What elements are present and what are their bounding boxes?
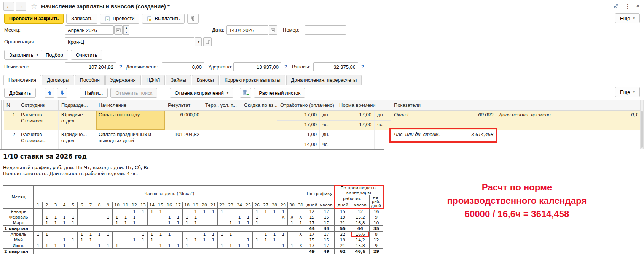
- cell-norm-hours[interactable]: 17,00: [336, 121, 375, 130]
- link-icon[interactable]: [613, 3, 619, 9]
- forward-button[interactable]: →: [16, 2, 26, 11]
- cell-accrual[interactable]: Оплата праздничных и выходных дней: [96, 130, 165, 150]
- add-button[interactable]: Добавить: [4, 88, 36, 98]
- day-cell-11: [121, 243, 130, 249]
- month-input[interactable]: [65, 25, 114, 35]
- organization-dropdown-icon[interactable]: ▾: [195, 37, 202, 46]
- sched-row-1: Январь1111111111111212151216: [3, 209, 383, 214]
- post-button[interactable]: Провести: [100, 14, 140, 24]
- window-menu-icon[interactable]: ⋮: [625, 3, 631, 10]
- payslip-button[interactable]: Расчетный листок: [254, 88, 305, 98]
- pick-button[interactable]: Подбор: [41, 50, 68, 60]
- cell-accrual-selected[interactable]: Оплата по окладу: [96, 111, 165, 130]
- withheld-help-icon[interactable]: ?: [284, 64, 287, 70]
- cell-employee[interactable]: Расчетов Стоимост...: [18, 130, 59, 150]
- move-up-button[interactable]: [45, 88, 54, 98]
- close-icon[interactable]: ×: [636, 2, 640, 10]
- cell-indicator2-name[interactable]: [496, 130, 563, 150]
- tab-7[interactable]: Взносы: [192, 75, 219, 85]
- post-and-close-button[interactable]: Провести и закрыть: [4, 14, 64, 24]
- cal-days-cell: 21: [334, 243, 351, 249]
- number-input[interactable]: [305, 25, 346, 35]
- extra-input[interactable]: [162, 62, 204, 71]
- cell-discount[interactable]: [241, 111, 277, 130]
- day-cell-29: X: [279, 214, 288, 220]
- write-button[interactable]: Записать: [66, 14, 97, 24]
- cell-employee[interactable]: Расчетов Стоимост...: [18, 111, 59, 130]
- day-col-5: 5: [69, 202, 78, 209]
- cal-days-cell: 21: [334, 220, 351, 226]
- cell-indicator1-value[interactable]: 60 000: [456, 111, 496, 130]
- cell-worked-hours[interactable]: 17,00: [277, 121, 320, 130]
- attachments-button[interactable]: [187, 14, 199, 24]
- cell-n[interactable]: 2: [4, 130, 18, 150]
- tab-5[interactable]: НДФЛ: [142, 75, 165, 85]
- day-cell-13: [139, 243, 148, 249]
- cal-days-cell: 55: [334, 226, 351, 232]
- cell-discount[interactable]: [241, 130, 277, 150]
- tab-6[interactable]: Займы: [166, 75, 191, 85]
- day-cell-11: 1: [121, 214, 130, 220]
- col-month-header: Месяц: [3, 186, 34, 209]
- grid-scrollbar[interactable]: [640, 100, 644, 149]
- cell-worked-hours[interactable]: 14,00: [277, 140, 320, 150]
- month-calendar-icon[interactable]: [114, 25, 123, 35]
- day-cell-8: [95, 220, 104, 226]
- pay-button[interactable]: Выплатить: [142, 14, 185, 24]
- cell-worked-days[interactable]: 17,00: [277, 111, 320, 121]
- undo-corrections-button[interactable]: Отмена исправлений ▾: [170, 88, 233, 98]
- favorite-star-icon[interactable]: ☆: [31, 2, 37, 11]
- contributions-input[interactable]: [313, 62, 358, 71]
- move-down-button[interactable]: [57, 88, 67, 98]
- cell-indicator2-value[interactable]: [563, 130, 641, 150]
- cell-result[interactable]: 101 204,82: [165, 130, 202, 150]
- add-column-button[interactable]: [240, 88, 251, 98]
- tab-3[interactable]: Пособия: [75, 75, 105, 85]
- accrued-input[interactable]: [65, 62, 116, 71]
- more-button-grid[interactable]: Еще ▾: [615, 87, 640, 97]
- stepper-down-icon[interactable]: ▼: [123, 30, 129, 35]
- day-cell-26: 1: [253, 214, 261, 220]
- day-cell-4: 1: [60, 243, 69, 249]
- date-calendar-icon[interactable]: [269, 25, 277, 35]
- cell-indicator1-value[interactable]: 3 614,458: [456, 130, 496, 150]
- day-cell-19: 1: [191, 209, 200, 214]
- stepper-up-icon[interactable]: ▲: [123, 25, 129, 30]
- clear-button[interactable]: Очистить: [71, 50, 102, 60]
- cell-norm-days[interactable]: 17,00: [336, 111, 375, 121]
- day-cell-28: [270, 243, 279, 249]
- withheld-input[interactable]: [233, 62, 281, 71]
- cancel-search-button[interactable]: Отменить поиск: [110, 88, 157, 98]
- cell-terr[interactable]: [202, 111, 241, 130]
- cell-indicator2-name[interactable]: Доля неполн. времени: [496, 111, 563, 130]
- cell-norm-days[interactable]: [336, 130, 375, 140]
- cell-terr[interactable]: [202, 130, 241, 150]
- organization-input[interactable]: [65, 37, 194, 46]
- more-button-top[interactable]: Еще ▾: [615, 13, 640, 23]
- find-button[interactable]: Найти...: [80, 88, 108, 98]
- month-cell: Март: [3, 220, 34, 226]
- cell-indicator1-name[interactable]: Оклад: [391, 111, 456, 130]
- accrued-help-icon[interactable]: ?: [119, 64, 122, 70]
- month-stepper[interactable]: ▲▼: [123, 25, 129, 35]
- cell-result[interactable]: 6 000,00: [165, 111, 202, 130]
- tab-2[interactable]: Договоры: [42, 75, 74, 85]
- scrollbar-thumb[interactable]: [641, 111, 643, 148]
- tab-9[interactable]: Доначисления, перерасчеты: [286, 75, 362, 85]
- back-button[interactable]: ←: [3, 2, 14, 11]
- tab-1[interactable]: Начисления: [3, 75, 41, 85]
- cell-dept[interactable]: Юридиче... отдел: [59, 111, 96, 130]
- date-input[interactable]: [226, 25, 268, 35]
- tab-4[interactable]: Удержания: [105, 75, 141, 85]
- cell-norm-hours[interactable]: [336, 140, 375, 150]
- cell-worked-days[interactable]: 1,00: [277, 130, 320, 140]
- cell-n[interactable]: 1: [4, 111, 18, 130]
- contributions-help-icon[interactable]: ?: [361, 64, 364, 70]
- organization-open-icon[interactable]: [203, 37, 212, 46]
- day-col-7: 7: [86, 202, 95, 209]
- cell-indicator2-value[interactable]: 0,1: [563, 111, 641, 130]
- cell-indicator1-name[interactable]: Час. или дн. стоим.: [391, 130, 456, 150]
- cell-dept[interactable]: Юридиче... отдел: [59, 130, 96, 150]
- fill-button[interactable]: Заполнить ▾: [4, 50, 43, 60]
- tab-8[interactable]: Корректировки выплаты: [220, 75, 285, 85]
